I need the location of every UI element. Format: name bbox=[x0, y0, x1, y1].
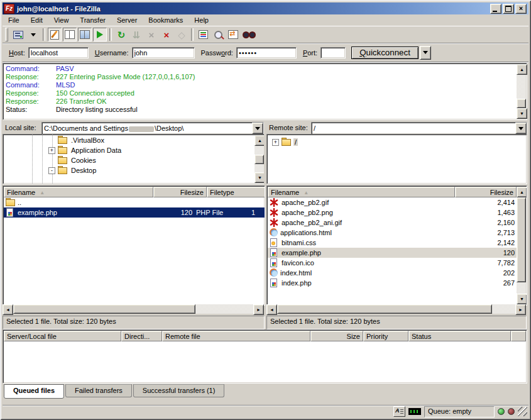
menu-view[interactable]: View bbox=[48, 15, 75, 26]
message-log[interactable]: Command:PASVResponse:227 Entering Passiv… bbox=[3, 63, 527, 120]
title-bar[interactable]: Fz john@localhost - FileZilla × bbox=[3, 3, 528, 14]
scroll-left-icon[interactable]: ◄ bbox=[266, 304, 277, 315]
scroll-right-icon[interactable]: ► bbox=[253, 304, 264, 315]
local-list-hscrollbar[interactable]: ◄ ► bbox=[3, 304, 264, 314]
remote-file-list[interactable]: Filename▲ Filesize ▲ ▼ apache_pb2.gif2,4… bbox=[266, 185, 527, 306]
file-row-apache-pb2-png[interactable]: apache_pb2.png1,463 bbox=[268, 207, 517, 218]
column-header-priority[interactable]: Priority bbox=[363, 331, 408, 341]
file-row-example-php[interactable]: example.php120PHP File1 bbox=[4, 207, 265, 218]
password-input[interactable] bbox=[236, 47, 297, 58]
file-row-index-php[interactable]: index.php267 bbox=[268, 278, 517, 288]
find-files-button[interactable] bbox=[241, 28, 255, 41]
scrollbar-thumb[interactable] bbox=[517, 99, 526, 108]
cancel-operation-button[interactable]: × bbox=[145, 28, 158, 41]
scrollbar-track[interactable] bbox=[255, 146, 264, 155]
local-tree-scrollbar[interactable]: ▲ ▼ bbox=[255, 135, 264, 183]
menu-bookmarks[interactable]: Bookmarks bbox=[143, 15, 189, 26]
menu-file[interactable]: File bbox=[3, 15, 25, 26]
scrollbar-track[interactable] bbox=[492, 304, 515, 314]
file-row-example-php[interactable]: example.php120 bbox=[268, 248, 517, 258]
column-header-remote-file[interactable]: Remote file bbox=[162, 331, 310, 341]
scrollbar-track[interactable] bbox=[517, 75, 526, 99]
disconnect-button[interactable]: × bbox=[160, 28, 173, 41]
transfer-queue[interactable]: Server/Local file Directi... Remote file… bbox=[3, 329, 527, 384]
column-header-filename[interactable]: Filename▲ bbox=[268, 187, 455, 197]
site-manager-button[interactable] bbox=[11, 28, 25, 41]
tree-item-cookies[interactable]: Cookies bbox=[48, 155, 97, 165]
remote-site-dropdown-button[interactable] bbox=[515, 123, 527, 134]
file-row-applications-html[interactable]: applications.html2,713 bbox=[268, 228, 517, 238]
scrollbar-track[interactable] bbox=[195, 304, 253, 314]
site-manager-dropdown[interactable] bbox=[26, 28, 40, 41]
file-row--[interactable]: .. bbox=[4, 197, 265, 207]
column-header-filetype[interactable]: Filetype bbox=[207, 187, 265, 197]
tree-item-desktop[interactable]: -Desktop bbox=[48, 165, 97, 175]
tree-item-root[interactable]: +/ bbox=[272, 137, 298, 147]
filter-button[interactable] bbox=[196, 28, 210, 41]
column-header-filename[interactable]: Filename▲ bbox=[4, 187, 153, 197]
column-header-filesize[interactable]: Filesize bbox=[153, 187, 207, 197]
collapse-icon[interactable]: - bbox=[48, 167, 55, 174]
menu-edit[interactable]: Edit bbox=[25, 15, 48, 26]
remote-site-combobox[interactable]: / bbox=[311, 122, 527, 135]
message-log-scrollbar[interactable]: ▲ ▼ bbox=[517, 64, 526, 119]
tab-queued-files[interactable]: Queued files bbox=[4, 384, 64, 399]
quickconnect-button[interactable]: Quickconnect bbox=[351, 47, 419, 59]
file-row-bitnami-css[interactable]: bitnami.css2,142 bbox=[268, 238, 517, 248]
port-input[interactable] bbox=[320, 47, 346, 58]
scroll-right-icon[interactable]: ► bbox=[515, 304, 526, 315]
scroll-left-icon[interactable]: ◄ bbox=[3, 304, 13, 315]
scrollbar-thumb[interactable] bbox=[517, 197, 526, 282]
remote-list-scrollbar[interactable]: ▲ ▼ bbox=[517, 187, 526, 304]
column-header-status[interactable]: Status bbox=[408, 331, 511, 341]
toolbar-grip[interactable] bbox=[5, 28, 8, 41]
expand-icon[interactable]: + bbox=[272, 139, 279, 146]
file-row-favicon-ico[interactable]: favicon.ico7,782 bbox=[268, 258, 517, 268]
local-file-list[interactable]: Filename▲ Filesize Filetype L ..example.… bbox=[3, 185, 265, 306]
column-header-empty[interactable] bbox=[511, 331, 526, 341]
quickconnect-dropdown-button[interactable] bbox=[420, 46, 431, 60]
column-header-server-local-file[interactable]: Server/Local file bbox=[4, 331, 121, 341]
scrollbar-thumb[interactable] bbox=[277, 304, 492, 314]
close-button[interactable]: × bbox=[515, 4, 527, 14]
toggle-local-pane-button[interactable] bbox=[63, 28, 77, 41]
column-header-size[interactable]: Size bbox=[310, 331, 363, 341]
scrollbar-thumb[interactable] bbox=[255, 155, 264, 164]
scrollbar-track[interactable] bbox=[517, 282, 526, 294]
host-input[interactable] bbox=[28, 47, 89, 58]
file-row-apache-pb2-gif[interactable]: apache_pb2.gif2,414 bbox=[268, 197, 517, 207]
local-directory-tree[interactable]: ▲ ▼ .VirtualBox+Application DataCookies-… bbox=[3, 134, 265, 184]
tab-failed-transfers[interactable]: Failed transfers bbox=[65, 384, 132, 397]
resize-grip[interactable] bbox=[518, 407, 527, 416]
scroll-down-icon[interactable]: ▼ bbox=[517, 294, 527, 304]
username-input[interactable] bbox=[132, 47, 195, 58]
tree-item--virtualbox[interactable]: .VirtualBox bbox=[48, 135, 106, 145]
menu-help[interactable]: Help bbox=[189, 15, 214, 26]
minimize-button[interactable] bbox=[490, 4, 501, 14]
scrollbar-thumb[interactable] bbox=[13, 304, 195, 314]
process-queue-button[interactable]: ⇊ bbox=[129, 28, 143, 41]
menu-transfer[interactable]: Transfer bbox=[74, 15, 111, 26]
directory-comparison-button[interactable] bbox=[211, 28, 225, 41]
tab-successful-transfers-1-[interactable]: Successful transfers (1) bbox=[133, 384, 225, 397]
toggle-transfer-queue-button[interactable] bbox=[93, 28, 107, 41]
file-row-index-html[interactable]: index.html202 bbox=[268, 268, 517, 278]
menu-server[interactable]: Server bbox=[111, 15, 143, 26]
column-header-direction[interactable]: Directi... bbox=[121, 331, 162, 341]
column-header-filesize[interactable]: Filesize bbox=[455, 187, 517, 197]
toggle-remote-pane-button[interactable] bbox=[78, 28, 92, 41]
scroll-up-icon[interactable]: ▲ bbox=[517, 187, 527, 197]
local-site-combobox[interactable]: C:\Documents and Settings\Desktop\ bbox=[41, 122, 264, 135]
scrollbar-track[interactable] bbox=[255, 164, 264, 173]
toggle-message-log-button[interactable] bbox=[48, 28, 62, 41]
tree-item-application-data[interactable]: +Application Data bbox=[48, 145, 123, 155]
remote-list-hscrollbar[interactable]: ◄ ► bbox=[266, 304, 526, 314]
expand-icon[interactable]: + bbox=[48, 147, 55, 154]
scroll-down-icon[interactable]: ▼ bbox=[517, 108, 527, 119]
file-row-apache-pb2-ani-gif[interactable]: apache_pb2_ani.gif2,160 bbox=[268, 218, 517, 228]
remote-directory-tree[interactable]: +/ bbox=[266, 134, 527, 184]
maximize-button[interactable] bbox=[503, 4, 514, 14]
local-site-dropdown-button[interactable] bbox=[252, 123, 263, 134]
scroll-up-icon[interactable]: ▲ bbox=[517, 64, 527, 75]
reconnect-button[interactable]: ◇ bbox=[175, 28, 189, 41]
